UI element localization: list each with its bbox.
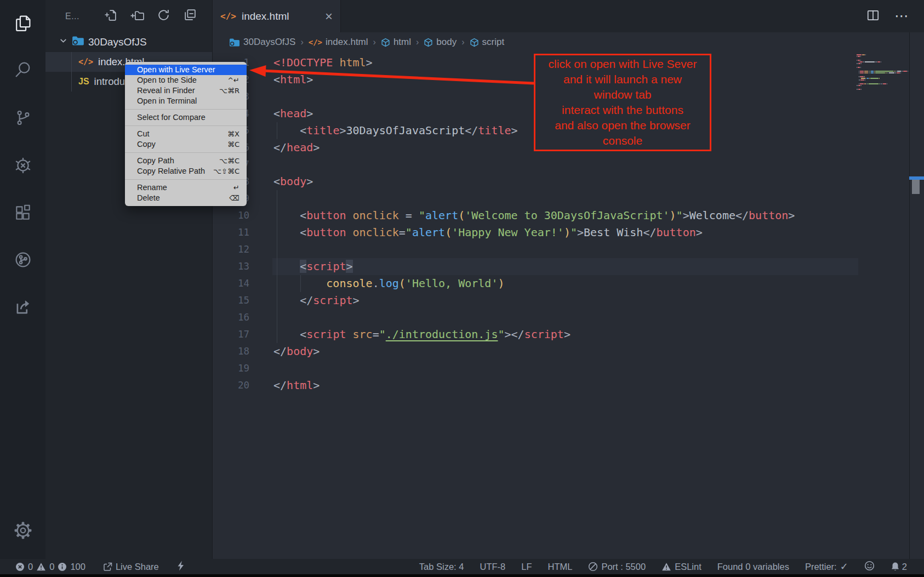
minimap-segment (895, 72, 896, 73)
minimap-segment (889, 72, 894, 73)
scrollbar-thumb[interactable] (912, 180, 920, 194)
code-line[interactable]: 14 console.log('Hello, World') (212, 275, 909, 292)
breadcrumb-body[interactable]: body (424, 37, 457, 48)
code-line[interactable]: 16 (212, 309, 909, 326)
code-line[interactable]: 19 (212, 360, 909, 377)
encoding-indicator[interactable]: UTF-8 (480, 562, 505, 572)
menu-item[interactable]: Open to the Side^↵ (125, 75, 247, 85)
tab-size-indicator[interactable]: Tab Size: 4 (419, 562, 464, 572)
menu-item[interactable]: Open with Live Server (125, 65, 247, 75)
line-number: 10 (212, 207, 249, 224)
code-line[interactable]: 8<body> (212, 173, 909, 190)
code-line[interactable]: 10 <button onclick = "alert('Welcome to … (212, 207, 909, 224)
line-number: 15 (212, 292, 249, 309)
eslint-indicator[interactable]: ESLint (661, 562, 701, 572)
code-line[interactable]: 18</body> (212, 343, 909, 360)
live-share-icon[interactable] (0, 243, 45, 276)
breadcrumb-script[interactable]: script (470, 37, 505, 48)
line-number: 16 (212, 309, 249, 326)
split-editor-icon[interactable] (866, 8, 880, 25)
line-number: 13 (212, 258, 249, 275)
eol-indicator[interactable]: LF (521, 562, 532, 572)
source-control-icon[interactable] (0, 101, 45, 134)
search-icon[interactable] (0, 53, 45, 86)
port-indicator[interactable]: Port : 5500 (588, 562, 646, 572)
code-line[interactable]: 12 (212, 241, 909, 258)
minimap-segment (888, 72, 888, 73)
symbol-cube-icon (381, 38, 390, 47)
annotation-line: and also open the browser (535, 118, 710, 133)
refresh-icon[interactable] (157, 8, 170, 24)
line-number: 20 (212, 377, 249, 394)
minimap-segment (894, 71, 894, 72)
feedback-smiley-icon[interactable] (864, 561, 875, 573)
language-indicator[interactable]: HTML (547, 562, 572, 572)
minimap-segment (857, 54, 862, 55)
notifications-indicator[interactable]: 2 (891, 562, 907, 572)
minimap-segment (861, 85, 862, 86)
menu-item[interactable]: Reveal in Finder⌥⌘R (125, 85, 247, 96)
chevron-down-icon (59, 36, 68, 48)
minimap-segment (866, 83, 867, 84)
minimap[interactable] (857, 54, 907, 90)
share-icon[interactable] (0, 291, 45, 324)
collapse-all-icon[interactable] (183, 8, 197, 24)
code-line[interactable]: 7 (212, 156, 909, 173)
problems-indicator[interactable]: 0 0 100 (15, 562, 85, 572)
code-line[interactable]: 11 <button onclick="alert('Happy New Yea… (212, 224, 909, 241)
breadcrumb-file[interactable]: </> index.html (309, 37, 368, 48)
code-line[interactable]: 15 </script> (212, 292, 909, 309)
line-number: 12 (212, 241, 249, 258)
minimap-segment (908, 71, 908, 72)
minimap-segment (857, 60, 857, 61)
menu-item[interactable]: Copy Relative Path⌥⇧⌘C (125, 166, 247, 176)
menu-item[interactable]: Copy Path⌥⌘C (125, 156, 247, 166)
menu-item[interactable]: Select for Compare (125, 112, 247, 123)
minimap-segment (870, 78, 879, 79)
minimap-segment (867, 78, 869, 79)
breadcrumb-html[interactable]: html (381, 37, 411, 48)
minimap-segment (860, 71, 863, 72)
explorer-icon[interactable] (0, 7, 45, 40)
minimap-segment (874, 72, 875, 73)
variables-indicator[interactable]: Found 0 variables (717, 562, 789, 572)
menu-item[interactable]: Rename↵ (125, 182, 247, 193)
minimap-segment (879, 78, 880, 79)
menu-item[interactable]: Open in Terminal (125, 96, 247, 106)
minimap-segment (860, 67, 861, 68)
minimap-segment (866, 78, 866, 79)
run-debug-icon[interactable] (0, 149, 45, 182)
code-line[interactable]: 17 <script src="./introduction.js"></scr… (212, 326, 909, 343)
warning-icon (661, 562, 671, 572)
window-bottom-edge (0, 574, 924, 577)
tab-index-html[interactable]: </> index.html × (212, 0, 341, 32)
minimap-segment (875, 72, 885, 73)
tree-indent-guide (71, 52, 72, 92)
code-line[interactable]: 13 <script> (212, 258, 909, 275)
menu-item[interactable]: Copy⌘C (125, 139, 247, 150)
settings-gear-icon[interactable] (0, 514, 45, 547)
context-menu: Open with Live ServerOpen to the Side^↵R… (125, 62, 247, 206)
new-folder-icon[interactable] (130, 8, 144, 24)
close-icon[interactable]: × (325, 10, 333, 23)
menu-item[interactable]: Cut⌘X (125, 129, 247, 139)
minimap-segment (871, 72, 874, 73)
folder-row-30daysofjs[interactable]: 30DaysOfJS (45, 32, 212, 52)
line-number: 19 (212, 360, 249, 377)
new-file-icon[interactable] (104, 8, 118, 24)
live-share-button[interactable]: Live Share (103, 562, 159, 572)
minimap-segment (887, 83, 887, 84)
breadcrumb-folder[interactable]: 30DaysOfJS (229, 37, 295, 48)
menu-item[interactable]: Delete⌫ (125, 193, 247, 203)
tab-label: index.html (242, 10, 289, 22)
extensions-icon[interactable] (0, 196, 45, 229)
breadcrumb-separator: › (300, 37, 304, 47)
code-line[interactable]: 20</html> (212, 377, 909, 394)
more-actions-icon[interactable]: ⋯ (894, 8, 910, 25)
prettier-indicator[interactable]: Prettier:✓ (805, 561, 848, 573)
code-line[interactable]: 9 (212, 190, 909, 207)
js-file-icon: JS (78, 77, 89, 87)
minimap-segment (870, 72, 870, 73)
minimap-segment (902, 71, 903, 72)
lightning-icon[interactable] (176, 561, 185, 573)
